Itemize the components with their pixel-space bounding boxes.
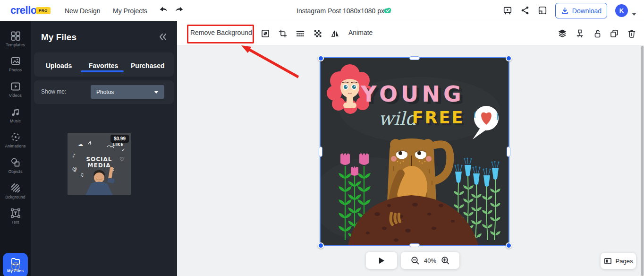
svg-text:♫: ♫ xyxy=(80,172,84,177)
objects-icon xyxy=(10,157,21,168)
tab-favorites[interactable]: Favorites xyxy=(89,62,118,69)
saved-cloud-check-icon xyxy=(383,7,393,16)
tab-purchased[interactable]: Purchased xyxy=(131,62,165,69)
chevron-down-icon xyxy=(154,91,159,94)
svg-text:YOUNG: YOUNG xyxy=(360,81,464,107)
zoom-out-icon xyxy=(411,256,419,265)
delete-icon[interactable] xyxy=(627,29,636,38)
pro-badge: PRO xyxy=(36,7,51,14)
filter-dropdown[interactable]: Photos xyxy=(91,85,164,99)
remove-background-button[interactable]: Remove Background xyxy=(190,29,252,36)
active-tab-underline xyxy=(81,70,124,72)
svg-text:♪: ♪ xyxy=(72,153,76,159)
collapse-panel-icon[interactable] xyxy=(158,33,167,43)
zoom-level: 40% xyxy=(424,257,436,264)
filter-label: Show me: xyxy=(41,88,66,95)
animations-icon xyxy=(10,132,21,142)
selection-handle-bottom-left[interactable] xyxy=(318,242,324,249)
tabs-card: Uploads Favorites Purchased xyxy=(34,52,174,77)
zoom-controls: 40% xyxy=(401,252,459,269)
pages-button[interactable]: Pages xyxy=(601,253,636,269)
zoom-out-button[interactable] xyxy=(411,256,419,265)
document-title[interactable]: Instagram Post 1080x1080 px xyxy=(297,7,384,15)
zoom-in-button[interactable] xyxy=(441,256,449,265)
layers-icon[interactable] xyxy=(558,29,567,38)
selection-handle-right[interactable] xyxy=(507,147,510,157)
sidebar-item-music[interactable]: Music xyxy=(0,107,31,123)
canvas-scrollbar-thumb[interactable] xyxy=(641,46,644,276)
left-icon-sidebar: Templates Photos Videos Music xyxy=(0,21,31,276)
top-header: crello PRO New Design My Projects Instag… xyxy=(0,0,644,21)
help-button[interactable] xyxy=(0,261,31,273)
filter-card: Show me: Photos xyxy=(34,80,174,104)
favorite-photo-thumbnail[interactable]: SOCIAL MEDIA LIKE ☁ ♪ ♫ ✉ ♡ ✓ @ xyxy=(68,133,131,195)
preview-play-button[interactable] xyxy=(366,252,397,269)
photos-icon xyxy=(10,56,21,66)
flip-icon[interactable] xyxy=(331,29,339,38)
selected-design-image[interactable]: YOUNG YOUNG wild FREE FREE xyxy=(321,58,508,245)
present-icon[interactable] xyxy=(503,6,512,15)
svg-text:♡: ♡ xyxy=(119,156,124,163)
zoom-in-icon xyxy=(441,256,449,265)
my-files-panel: My Files Uploads Favorites Purchased Sho… xyxy=(31,21,177,276)
selection-handle-top[interactable] xyxy=(409,56,420,60)
sidebar-item-background[interactable]: Bckground xyxy=(0,183,31,199)
pages-label: Pages xyxy=(616,258,633,265)
animate-button[interactable]: Animate xyxy=(348,29,373,36)
download-button[interactable]: Download xyxy=(555,3,607,18)
music-icon xyxy=(10,107,21,117)
selection-handle-left[interactable] xyxy=(319,147,322,157)
price-badge: $0.99 xyxy=(110,135,129,143)
selection-handle-bottom-right[interactable] xyxy=(506,242,512,249)
resize-image-icon[interactable] xyxy=(261,29,270,38)
svg-text:✓: ✓ xyxy=(121,147,125,153)
avatar[interactable]: K xyxy=(615,4,628,17)
svg-text:LIKE: LIKE xyxy=(112,143,124,147)
sidebar-item-templates[interactable]: Templates xyxy=(0,31,31,47)
selection-handle-top-left[interactable] xyxy=(318,55,324,61)
svg-text:FREE: FREE xyxy=(412,108,465,127)
videos-icon xyxy=(10,81,21,92)
text-icon xyxy=(10,208,21,218)
templates-icon xyxy=(10,31,21,41)
account-caret-icon[interactable] xyxy=(632,9,641,18)
nav-new-design[interactable]: New Design xyxy=(65,7,100,15)
help-icon xyxy=(10,261,21,272)
crello-editor: crello PRO New Design My Projects Instag… xyxy=(0,0,644,276)
download-label: Download xyxy=(572,7,602,15)
selection-handle-bottom[interactable] xyxy=(409,243,420,247)
avatar-initial: K xyxy=(619,7,624,14)
svg-text:SOCIAL: SOCIAL xyxy=(86,156,112,163)
filter-value: Photos xyxy=(96,89,114,95)
nav-my-projects[interactable]: My Projects xyxy=(113,7,147,15)
tab-uploads[interactable]: Uploads xyxy=(46,62,72,69)
svg-text:MEDIA: MEDIA xyxy=(88,162,111,169)
sidebar-item-videos[interactable]: Videos xyxy=(0,81,31,98)
selection-handle-top-right[interactable] xyxy=(506,55,512,61)
crop-icon[interactable] xyxy=(279,29,287,38)
adjust-filters-icon[interactable] xyxy=(296,29,305,38)
context-toolbar: Remove Background xyxy=(177,21,644,45)
sidebar-item-photos[interactable]: Photos xyxy=(0,56,31,72)
svg-text:@: @ xyxy=(72,166,77,172)
transparency-icon[interactable] xyxy=(314,29,322,38)
panel-title: My Files xyxy=(41,32,76,43)
background-icon xyxy=(10,183,21,193)
sidebar-item-animations[interactable]: Animations xyxy=(0,132,31,148)
share-icon[interactable] xyxy=(520,6,530,15)
resize-design-icon[interactable] xyxy=(538,6,547,15)
unlock-icon[interactable] xyxy=(593,29,602,38)
crello-logo[interactable]: crello xyxy=(10,4,37,17)
svg-text:☁: ☁ xyxy=(78,141,83,147)
download-icon xyxy=(561,7,569,15)
pages-icon xyxy=(604,257,612,265)
play-icon xyxy=(379,258,384,264)
canvas-scrollbar[interactable] xyxy=(640,46,644,276)
sidebar-item-objects[interactable]: Objects xyxy=(0,157,31,174)
duplicate-icon[interactable] xyxy=(610,29,619,38)
sidebar-item-text[interactable]: Text xyxy=(0,208,31,224)
redo-icon[interactable] xyxy=(175,6,184,15)
position-icon[interactable] xyxy=(576,29,584,38)
undo-icon[interactable] xyxy=(159,6,168,15)
